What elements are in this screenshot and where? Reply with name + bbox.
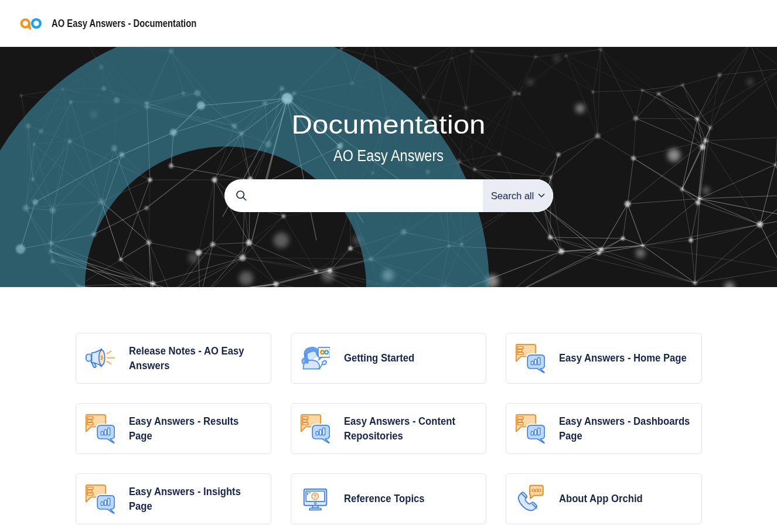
svg-text:?: ? [313, 493, 317, 499]
